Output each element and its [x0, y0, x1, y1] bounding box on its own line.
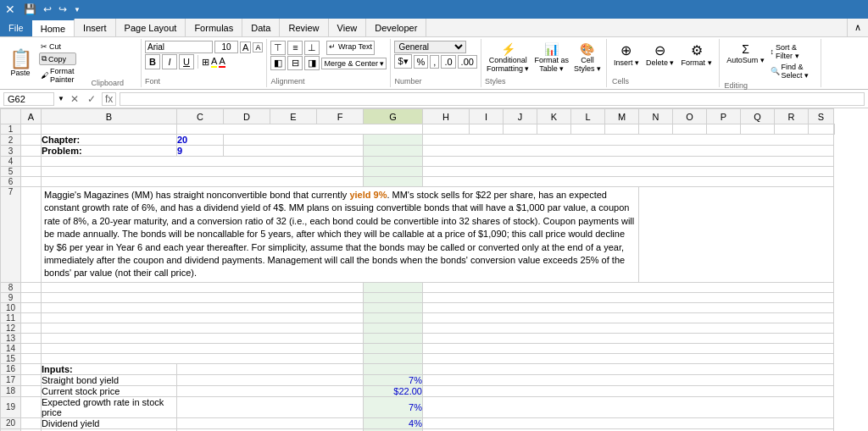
font-color-icon[interactable]: A [219, 56, 225, 68]
decrease-decimal-btn[interactable]: .00 [458, 55, 477, 69]
conditional-formatting-btn[interactable]: ⚡ ConditionalFormatting ▾ [485, 41, 531, 75]
cell-b2[interactable]: Chapter: [42, 135, 177, 146]
number-format-select[interactable]: General Number Currency Percentage [394, 41, 466, 53]
cell-a1[interactable] [21, 124, 42, 135]
font-name-input[interactable] [145, 41, 213, 53]
cell-g19[interactable]: 7% [364, 396, 423, 417]
copy-button[interactable]: ⧉ Copy [39, 52, 76, 65]
find-select-btn[interactable]: 🔍 Find &Select ▾ [769, 62, 811, 80]
format-btn[interactable]: ⚙Format ▾ [680, 41, 714, 69]
insert-function-icon[interactable]: fx [102, 92, 116, 106]
border-icon[interactable]: ⊞ [202, 57, 209, 68]
cell-styles-btn[interactable]: 🎨 CellStyles ▾ [572, 41, 603, 75]
col-header-q[interactable]: Q [741, 109, 775, 124]
underline-button[interactable]: U [179, 54, 194, 69]
row-num: 17 [1, 374, 21, 385]
cell-b3[interactable]: Problem: [42, 146, 177, 157]
cell-b16[interactable]: Inputs: [42, 363, 177, 374]
cut-button[interactable]: ✂ Cut [39, 41, 76, 52]
cell-g18[interactable]: $22.00 [364, 385, 423, 396]
decrease-font-icon[interactable]: A [253, 42, 263, 52]
table-row: 9 [1, 292, 835, 302]
col-header-b[interactable]: B [42, 109, 177, 124]
italic-button[interactable]: I [162, 54, 177, 69]
redo-qat-btn[interactable]: ↪ [57, 3, 69, 16]
increase-font-icon[interactable]: A [240, 41, 251, 53]
tab-insert[interactable]: Insert [75, 19, 116, 36]
tab-data[interactable]: Data [242, 19, 280, 36]
col-header-c[interactable]: C [177, 109, 224, 124]
table-row: 1 [1, 124, 835, 135]
col-header-i[interactable]: I [470, 109, 504, 124]
cell-b1[interactable] [42, 124, 177, 135]
col-header-o[interactable]: O [673, 109, 707, 124]
undo-qat-btn[interactable]: ↩ [42, 3, 53, 16]
formula-input[interactable] [120, 92, 865, 106]
save-qat-btn[interactable]: 💾 [22, 3, 38, 16]
fill-color-icon[interactable]: A [211, 56, 217, 68]
align-right-icon[interactable]: ◨ [304, 56, 320, 70]
tab-home[interactable]: Home [32, 19, 75, 36]
editing-group: ΣAutoSum ▾ ↕ Sort &Filter ▾ 🔍 Find &Sele… [720, 39, 821, 87]
cell-g17[interactable]: 7% [364, 374, 423, 385]
cell-b19[interactable]: Expected growth rate in stock price [42, 396, 177, 417]
name-box[interactable] [3, 92, 54, 106]
comma-btn[interactable]: , [430, 55, 439, 69]
merge-center-btn[interactable]: Merge & Center ▾ [321, 58, 387, 69]
row-num: 20 [1, 417, 21, 428]
font-size-input[interactable] [214, 41, 238, 53]
format-as-table-btn[interactable]: 📊 Format asTable ▾ [532, 41, 570, 75]
delete-btn[interactable]: ⊖Delete ▾ [644, 41, 676, 69]
col-header-f[interactable]: F [317, 109, 364, 124]
wrap-text-icon[interactable]: ↵ Wrap Text [326, 41, 375, 55]
table-row: 5 [1, 167, 835, 177]
row-num: 5 [1, 167, 21, 177]
align-top-icon[interactable]: ⊤ [270, 41, 286, 55]
paste-button[interactable]: 📋 Paste [3, 39, 37, 87]
name-box-dropdown-icon[interactable]: ▼ [58, 95, 64, 102]
col-header-e[interactable]: E [270, 109, 317, 124]
col-header-r[interactable]: R [775, 109, 809, 124]
col-header-n[interactable]: N [639, 109, 673, 124]
confirm-formula-icon: ✓ [85, 93, 98, 105]
col-header-j[interactable]: J [504, 109, 537, 124]
bold-button[interactable]: B [145, 54, 160, 69]
tab-view[interactable]: View [329, 19, 367, 36]
cell-b20[interactable]: Dividend yield [42, 417, 177, 428]
currency-btn[interactable]: $▾ [394, 54, 411, 69]
cell-b18[interactable]: Current stock price [42, 385, 177, 396]
increase-decimal-btn[interactable]: .0 [441, 55, 455, 69]
col-header-k[interactable]: K [537, 109, 571, 124]
tab-developer[interactable]: Developer [366, 19, 426, 36]
qat-dropdown-icon[interactable]: ▼ [72, 5, 82, 14]
sort-filter-btn[interactable]: ↕ Sort &Filter ▾ [769, 42, 811, 61]
percent-btn[interactable]: % [414, 55, 429, 69]
col-header-a[interactable]: A [21, 109, 42, 124]
col-header-d[interactable]: D [224, 109, 270, 124]
col-header-s[interactable]: S [809, 109, 834, 124]
cell-g20[interactable]: 4% [364, 417, 423, 428]
tab-formulas[interactable]: Formulas [186, 19, 242, 36]
tab-page-layout[interactable]: Page Layout [116, 19, 186, 36]
align-center-icon[interactable]: ⊟ [287, 56, 303, 70]
cell-c3[interactable]: 9 [177, 146, 224, 157]
cell-c2[interactable]: 20 [177, 135, 224, 146]
align-middle-icon[interactable]: ≡ [287, 41, 303, 55]
format-painter-button[interactable]: 🖌 Format Painter [39, 66, 76, 85]
col-header-g[interactable]: G [364, 109, 423, 124]
autosum-btn[interactable]: ΣAutoSum ▾ [725, 41, 767, 66]
cell-b17[interactable]: Straight bond yield [42, 374, 177, 385]
align-bottom-icon[interactable]: ⊥ [304, 41, 320, 55]
row-num: 16 [1, 363, 21, 374]
cell-b7-text[interactable]: Maggie's Magazines (MM) has straight non… [42, 187, 639, 283]
tab-file[interactable]: File [0, 19, 32, 36]
col-header-l[interactable]: L [571, 109, 605, 124]
col-header-rownum [1, 109, 21, 124]
ribbon-collapse-btn[interactable]: ∧ [847, 19, 868, 36]
insert-btn[interactable]: ⊕Insert ▾ [612, 41, 641, 69]
col-header-p[interactable]: P [707, 109, 741, 124]
col-header-m[interactable]: M [605, 109, 639, 124]
align-left-icon[interactable]: ◧ [270, 56, 286, 70]
tab-review[interactable]: Review [280, 19, 328, 36]
col-header-h[interactable]: H [423, 109, 470, 124]
